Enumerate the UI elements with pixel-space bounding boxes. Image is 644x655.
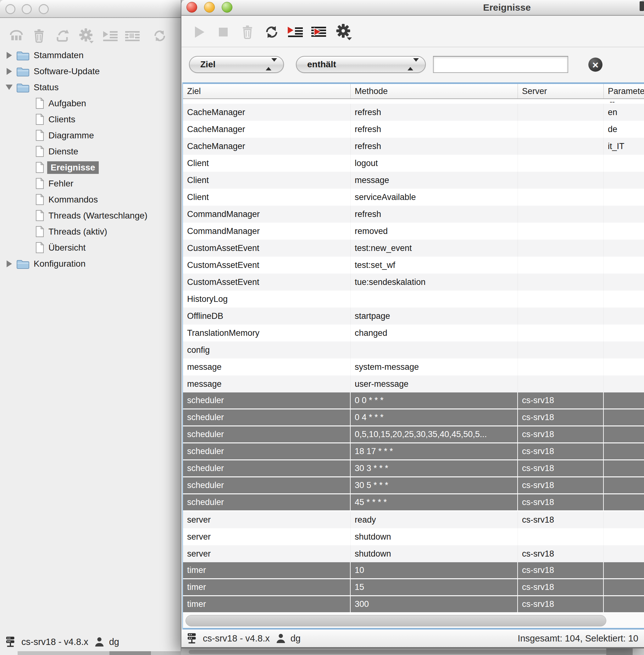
- cell-parameter[interactable]: [604, 562, 644, 578]
- tree-item[interactable]: Aufgaben: [0, 95, 181, 111]
- cell-methode[interactable]: refresh: [351, 206, 518, 223]
- cell-parameter[interactable]: [604, 206, 644, 223]
- tree-item[interactable]: Threads (Warteschlange): [0, 208, 181, 224]
- cell-ziel[interactable]: CommandManager: [183, 223, 351, 240]
- cell-server[interactable]: cs-srv18: [518, 596, 604, 612]
- cell-server[interactable]: [518, 528, 604, 545]
- cell-server[interactable]: [518, 104, 604, 121]
- cell-parameter[interactable]: [604, 189, 644, 206]
- cell-ziel[interactable]: server: [183, 528, 351, 545]
- zoom-button[interactable]: [222, 2, 232, 13]
- disclosure-triangle-icon[interactable]: [4, 68, 15, 75]
- cell-server[interactable]: [518, 375, 604, 393]
- tree-item[interactable]: Fehler: [0, 176, 181, 191]
- column-header-ziel[interactable]: Ziel: [183, 84, 351, 98]
- table-row[interactable]: scheduler 18 17 * * * cs-srv18: [183, 443, 644, 460]
- cell-methode[interactable]: 45 * * * *: [351, 494, 518, 510]
- cell-methode[interactable]: 0 4 * * *: [351, 410, 518, 425]
- cell-ziel[interactable]: scheduler: [183, 494, 351, 510]
- cell-parameter[interactable]: [604, 240, 644, 257]
- table-row[interactable]: CommandManager removed: [183, 223, 644, 240]
- table-row[interactable]: message user-message: [183, 375, 644, 393]
- tree-item[interactable]: Kommandos: [0, 191, 181, 208]
- tree-item-label[interactable]: Diagramme: [48, 131, 94, 141]
- cell-server[interactable]: [518, 206, 604, 223]
- filter-operator-dropdown[interactable]: enthält: [296, 56, 426, 73]
- cell-methode[interactable]: system-message: [351, 358, 518, 375]
- tree-item-label[interactable]: Ereignisse: [47, 161, 99, 174]
- cell-ziel[interactable]: scheduler: [183, 460, 351, 476]
- table-row[interactable]: timer 300 cs-srv18: [183, 596, 644, 613]
- tree-item[interactable]: Threads (aktiv): [0, 224, 181, 240]
- cell-ziel[interactable]: timer: [183, 562, 351, 578]
- delete-button[interactable]: [239, 24, 256, 40]
- tree-item-label[interactable]: Dienste: [48, 146, 78, 157]
- cell-parameter[interactable]: [604, 172, 644, 189]
- cell-ziel[interactable]: scheduler: [183, 410, 351, 425]
- cell-ziel[interactable]: scheduler: [183, 393, 351, 408]
- minimize-button[interactable]: [204, 2, 215, 13]
- cell-server[interactable]: cs-srv18: [518, 511, 604, 528]
- cell-server[interactable]: [518, 274, 604, 290]
- cell-parameter[interactable]: [604, 274, 644, 290]
- cell-parameter[interactable]: [604, 579, 644, 595]
- table-row[interactable]: CacheManager refresh en: [183, 104, 644, 121]
- run-list-button[interactable]: [288, 24, 304, 40]
- cell-parameter[interactable]: en: [604, 104, 644, 121]
- cell-server[interactable]: cs-srv18: [518, 545, 604, 562]
- tree-item[interactable]: Status: [0, 79, 181, 95]
- cell-server[interactable]: cs-srv18: [518, 393, 604, 408]
- cell-server[interactable]: [518, 325, 604, 342]
- table-row[interactable]: scheduler 0 0 * * * cs-srv18: [183, 393, 644, 410]
- cell-ziel[interactable]: CommandManager: [183, 206, 351, 223]
- cell-parameter[interactable]: [604, 477, 644, 493]
- cell-server[interactable]: cs-srv18: [518, 426, 604, 442]
- table-row[interactable]: message system-message: [183, 358, 644, 375]
- cell-methode[interactable]: changed: [351, 325, 518, 342]
- cell-parameter[interactable]: [604, 155, 644, 172]
- cell-parameter[interactable]: [604, 410, 644, 425]
- cell-server[interactable]: [518, 307, 604, 325]
- zoom-button-inactive[interactable]: [39, 4, 49, 14]
- close-button-inactive[interactable]: [5, 4, 16, 14]
- tree-item-label[interactable]: Software-Update: [33, 66, 100, 76]
- column-header-parameter[interactable]: Parameter: [604, 84, 644, 98]
- cell-ziel[interactable]: OfflineDB: [183, 307, 351, 325]
- tree-item-label[interactable]: Threads (Warteschlange): [48, 211, 147, 221]
- table-row[interactable]: timer 15 cs-srv18: [183, 579, 644, 596]
- tree-item-label[interactable]: Stammdaten: [33, 50, 84, 61]
- cell-server[interactable]: [518, 189, 604, 206]
- cell-methode[interactable]: removed: [351, 223, 518, 240]
- table-row[interactable]: Client serviceAvailable: [183, 189, 644, 206]
- cell-methode[interactable]: test:new_event: [351, 240, 518, 257]
- table-row[interactable]: CacheManager refresh it_IT: [183, 138, 644, 155]
- tree-item[interactable]: Konfiguration: [0, 256, 181, 272]
- cell-parameter[interactable]: [604, 290, 644, 307]
- cell-methode[interactable]: startpage: [351, 307, 518, 325]
- cell-methode[interactable]: refresh: [351, 104, 518, 121]
- disclosure-triangle-icon[interactable]: [4, 85, 15, 90]
- cell-parameter[interactable]: [604, 307, 644, 325]
- navigator-titlebar[interactable]: [0, 0, 181, 18]
- cell-parameter[interactable]: [604, 511, 644, 528]
- window-titlebar[interactable]: Ereignisse: [181, 0, 644, 16]
- table-row[interactable]: scheduler 30 3 * * * cs-srv18: [183, 460, 644, 477]
- cell-methode[interactable]: tue:sendeskalation: [351, 274, 518, 290]
- play-button[interactable]: [191, 24, 208, 40]
- tree-item-label[interactable]: Threads (aktiv): [48, 227, 107, 237]
- export-button[interactable]: [54, 28, 70, 44]
- table-row[interactable]: HistoryLog: [183, 290, 644, 307]
- cell-parameter[interactable]: [604, 460, 644, 476]
- column-header-methode[interactable]: Methode: [351, 84, 518, 98]
- tree-item[interactable]: Übersicht: [0, 240, 181, 256]
- cell-methode[interactable]: 10: [351, 562, 518, 578]
- cell-methode[interactable]: [351, 342, 518, 358]
- table-row[interactable]: scheduler 0 4 * * * cs-srv18: [183, 410, 644, 426]
- cell-methode[interactable]: message: [351, 172, 518, 189]
- cell-server[interactable]: cs-srv18: [518, 579, 604, 595]
- cell-parameter[interactable]: [604, 223, 644, 240]
- cell-parameter[interactable]: [604, 358, 644, 375]
- tree-item-label[interactable]: Aufgaben: [48, 98, 86, 109]
- navigator-horizontal-scrollbar[interactable]: [18, 651, 181, 655]
- cell-methode[interactable]: [351, 290, 518, 307]
